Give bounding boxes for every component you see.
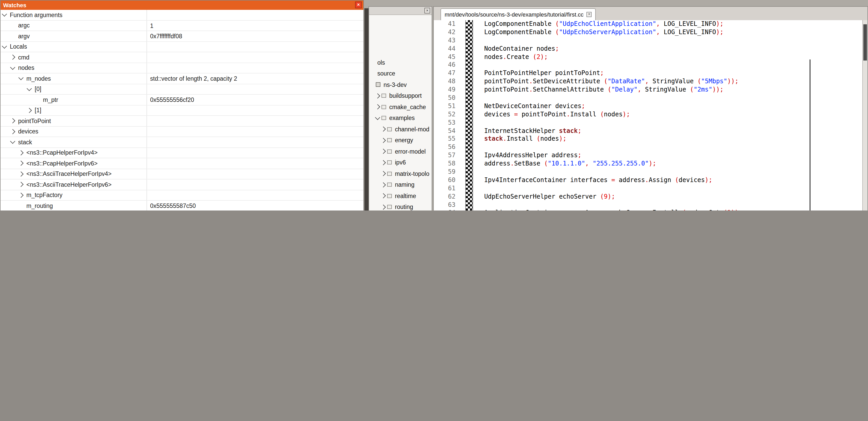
tree-item-ols[interactable]: ols	[369, 57, 432, 68]
editor-tab-first-cc[interactable]: mnt/dev/tools/source/ns-3-dev/examples/t…	[440, 8, 596, 20]
line-number[interactable]: 53	[434, 119, 458, 127]
tree-item-label: naming	[393, 181, 416, 189]
expand-icon[interactable]	[375, 93, 380, 99]
expand-icon[interactable]	[375, 104, 380, 110]
watch-row[interactable]: [0]	[1, 84, 363, 95]
collapse-icon[interactable]	[19, 75, 24, 80]
watch-row[interactable]: [1]	[1, 105, 363, 116]
watch-row[interactable]: <ns3::AsciiTraceHelperForIpv4>	[1, 169, 363, 180]
tree-item-ipv6[interactable]: ipv6	[369, 157, 432, 168]
expand-icon[interactable]	[10, 129, 15, 134]
close-icon[interactable]: ×	[587, 12, 592, 17]
tree-item-realtime[interactable]: realtime	[369, 190, 432, 201]
line-number[interactable]: 61	[434, 185, 458, 193]
watch-row[interactable]: <ns3::AsciiTraceHelperForIpv6>	[1, 180, 363, 190]
line-number[interactable]: 44	[434, 45, 458, 53]
tree-item-error-model[interactable]: error-model	[369, 146, 432, 157]
line-number[interactable]: 58	[434, 160, 458, 168]
tree-item-cmake-cache[interactable]: cmake_cache	[369, 101, 432, 112]
line-number[interactable]: 55	[434, 135, 458, 143]
tree-item-examples[interactable]: examples	[369, 112, 432, 124]
line-number[interactable]: 62	[434, 193, 458, 201]
line-number[interactable]: 46	[434, 61, 458, 70]
expand-icon[interactable]	[381, 204, 386, 210]
watch-row[interactable]: cmd	[1, 52, 363, 63]
code-token: (	[600, 193, 604, 200]
line-number[interactable]: 42	[434, 28, 458, 37]
line-number[interactable]: 64	[434, 209, 458, 210]
watches-vscrollbar[interactable]	[364, 8, 369, 210]
editor-vscrollbar[interactable]	[862, 20, 867, 210]
vscroll-thumb[interactable]	[863, 24, 867, 61]
expand-icon[interactable]	[381, 182, 386, 188]
collapse-icon[interactable]	[10, 65, 15, 70]
line-number[interactable]: 43	[434, 37, 458, 45]
line-number[interactable]: 49	[434, 86, 458, 94]
expand-icon[interactable]	[381, 193, 386, 199]
watch-row[interactable]: pointToPoint	[1, 116, 363, 126]
collapse-icon[interactable]	[375, 115, 380, 120]
tree-item-ns-3-dev[interactable]: ns-3-dev	[369, 79, 432, 90]
tree-item-channel-mod[interactable]: channel-mod	[369, 124, 432, 135]
watches-titlebar[interactable]: Watches ×	[1, 1, 363, 10]
tree-item-matrix-topolo[interactable]: matrix-topolo	[369, 168, 432, 179]
expand-icon[interactable]	[381, 138, 386, 143]
tree-item-source[interactable]: source	[369, 68, 432, 79]
breakpoint-margin[interactable]	[465, 20, 473, 210]
watch-name: m_ptr	[43, 95, 58, 105]
watch-row[interactable]: m_ptr0x55555556cf20	[1, 95, 363, 105]
expand-icon[interactable]	[381, 127, 386, 132]
tree-item-energy[interactable]: energy	[369, 135, 432, 146]
watch-row[interactable]: <ns3::PcapHelperForIpv6>	[1, 158, 363, 169]
watch-row[interactable]: m_routing0x555555587c50	[1, 201, 363, 210]
watch-row[interactable]: stack	[1, 137, 363, 148]
line-number[interactable]: 57	[434, 152, 458, 160]
collapse-icon[interactable]	[2, 12, 7, 17]
tree-item-buildsupport[interactable]: buildsupport	[369, 90, 432, 101]
expand-icon[interactable]	[19, 171, 24, 176]
collapse-icon[interactable]	[10, 139, 15, 144]
watch-row[interactable]: Function arguments	[1, 10, 363, 21]
watch-row[interactable]: m_nodesstd::vector of length 2, capacity…	[1, 73, 363, 84]
watch-row[interactable]: argv0x7fffffffdf08	[1, 31, 363, 42]
tree-item-routing[interactable]: routing	[369, 201, 432, 210]
close-icon[interactable]: ×	[425, 8, 430, 13]
line-number[interactable]: 47	[434, 70, 458, 78]
file-tree-header[interactable]: ×	[369, 7, 432, 15]
collapse-icon[interactable]	[2, 43, 7, 48]
line-number[interactable]: 51	[434, 102, 458, 111]
code-token: );	[716, 28, 723, 36]
code-editor[interactable]: 41 LogComponentEnable ("UdpEchoClientApp…	[434, 20, 867, 210]
expand-icon[interactable]	[381, 171, 386, 176]
expand-icon[interactable]	[10, 55, 15, 60]
line-number[interactable]: 48	[434, 77, 458, 86]
line-number[interactable]: 54	[434, 127, 458, 135]
watch-row[interactable]: nodes	[1, 63, 363, 73]
tree-item-naming[interactable]: naming	[369, 179, 432, 190]
watch-value	[147, 126, 363, 136]
expand-icon[interactable]	[381, 160, 386, 165]
line-number[interactable]: 60	[434, 176, 458, 185]
watch-row[interactable]: Locals	[1, 42, 363, 52]
line-number[interactable]: 59	[434, 168, 458, 176]
line-number[interactable]: 52	[434, 111, 458, 119]
code-token: pointToPoint	[477, 77, 529, 85]
watch-row[interactable]: m_tcpFactory	[1, 190, 363, 201]
expand-icon[interactable]	[10, 119, 15, 124]
line-number[interactable]: 41	[434, 20, 458, 28]
expand-icon[interactable]	[19, 193, 24, 198]
line-number[interactable]: 63	[434, 201, 458, 209]
line-number[interactable]: 45	[434, 53, 458, 61]
expand-icon[interactable]	[27, 108, 32, 113]
close-icon[interactable]: ×	[355, 2, 362, 8]
watch-row[interactable]: argc1	[1, 21, 363, 31]
watch-row[interactable]: devices	[1, 126, 363, 137]
expand-icon[interactable]	[19, 150, 24, 155]
watch-row[interactable]: <ns3::PcapHelperForIpv4>	[1, 148, 363, 158]
collapse-icon[interactable]	[27, 86, 32, 91]
line-number[interactable]: 56	[434, 143, 458, 152]
expand-icon[interactable]	[381, 149, 386, 154]
line-number[interactable]: 50	[434, 94, 458, 102]
expand-icon[interactable]	[19, 161, 24, 166]
expand-icon[interactable]	[19, 182, 24, 187]
